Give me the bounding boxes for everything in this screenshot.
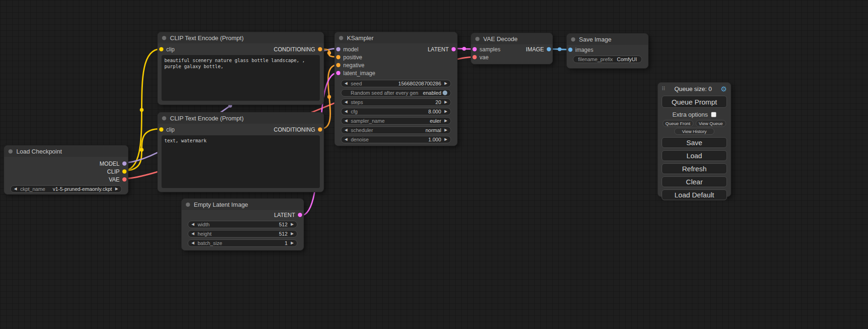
collapse-dot-icon[interactable]	[339, 36, 343, 40]
decrement-arrow-icon[interactable]: ◀	[345, 82, 347, 85]
load-button[interactable]: Load	[662, 150, 727, 161]
widget-label: Random seed after every gen	[346, 90, 423, 96]
save-button[interactable]: Save	[662, 137, 727, 148]
widget-label: width	[198, 222, 279, 227]
input-slot-negative[interactable]	[336, 63, 340, 67]
collapse-dot-icon[interactable]	[571, 37, 575, 42]
clear-button[interactable]: Clear	[662, 176, 727, 187]
output-slot-image[interactable]	[547, 47, 551, 51]
node-title-bar[interactable]: Save Image	[567, 34, 648, 45]
increment-arrow-icon[interactable]: ▶	[445, 119, 447, 123]
decrement-arrow-icon[interactable]: ◀	[345, 100, 347, 104]
ckpt-name-widget[interactable]: ◀ ckpt_name v1-5-pruned-emaonly.ckpt ▶	[10, 185, 122, 193]
input-slot-positive[interactable]	[336, 55, 340, 59]
node-title-bar[interactable]: CLIP Text Encode (Prompt)	[158, 32, 324, 43]
scheduler-widget[interactable]: ◀ scheduler normal ▶	[341, 126, 451, 134]
widget-value: 20	[436, 99, 441, 105]
increment-arrow-icon[interactable]: ▶	[445, 100, 447, 104]
node-clip-text-encode-positive[interactable]: CLIP Text Encode (Prompt) clip CONDITION…	[157, 32, 324, 105]
input-slot-vae[interactable]	[473, 55, 477, 59]
output-slot-latent[interactable]	[452, 47, 456, 51]
positive-prompt-textarea[interactable]: beautiful scenery nature glass bottle la…	[162, 55, 320, 101]
slot-label: clip	[166, 46, 175, 53]
extra-options-checkbox[interactable]	[711, 112, 716, 117]
view-history-button[interactable]: View History	[674, 128, 714, 135]
decrement-arrow-icon[interactable]: ◀	[345, 128, 347, 132]
widget-label: batch_size	[198, 240, 285, 246]
output-slot-latent[interactable]	[298, 213, 302, 217]
toggle-dot-icon[interactable]	[443, 91, 447, 95]
decrement-arrow-icon[interactable]: ◀	[345, 138, 347, 141]
output-slot-clip[interactable]	[122, 169, 127, 174]
input-slot-images[interactable]	[568, 48, 572, 52]
sampler-name-widget[interactable]: ◀ sampler_name euler ▶	[341, 117, 451, 125]
decrement-arrow-icon[interactable]: ◀	[345, 119, 347, 123]
cfg-widget[interactable]: ◀ cfg 8.000 ▶	[341, 108, 451, 115]
decrement-arrow-icon[interactable]: ◀	[345, 110, 347, 113]
queue-prompt-button[interactable]: Queue Prompt	[662, 96, 727, 108]
collapse-dot-icon[interactable]	[186, 203, 190, 207]
decrement-arrow-icon[interactable]: ◀	[191, 241, 194, 245]
negative-prompt-textarea[interactable]: text, watermark	[162, 135, 320, 188]
increment-arrow-icon[interactable]: ▶	[445, 128, 447, 132]
increment-arrow-icon[interactable]: ▶	[291, 232, 294, 236]
input-slot-samples[interactable]	[473, 47, 477, 51]
node-title: VAE Decode	[483, 35, 517, 42]
view-queue-button[interactable]: View Queue	[696, 120, 727, 127]
collapse-dot-icon[interactable]	[162, 36, 166, 40]
node-clip-text-encode-negative[interactable]: CLIP Text Encode (Prompt) clip CONDITION…	[157, 112, 324, 192]
decrement-arrow-icon[interactable]: ◀	[191, 232, 194, 236]
denoise-widget[interactable]: ◀ denoise 1.000 ▶	[341, 136, 451, 143]
height-widget[interactable]: ◀ height 512 ▶	[188, 230, 297, 238]
collapse-dot-icon[interactable]	[162, 116, 166, 120]
drag-handle-icon[interactable]: ⠿	[662, 86, 665, 92]
refresh-button[interactable]: Refresh	[662, 163, 727, 174]
increment-arrow-icon[interactable]: ▶	[445, 138, 447, 141]
input-slot-model[interactable]	[336, 47, 340, 51]
filename-prefix-widget[interactable]: filename_prefix ComfyUI	[573, 56, 642, 63]
slot-label: CLIP	[107, 168, 120, 175]
collapse-dot-icon[interactable]	[8, 149, 13, 154]
increment-arrow-icon[interactable]: ▶	[115, 187, 118, 191]
batch-size-widget[interactable]: ◀ batch_size 1 ▶	[188, 239, 297, 247]
output-slot-conditioning[interactable]	[318, 47, 322, 51]
widget-value: 8.000	[428, 109, 441, 114]
node-title-bar[interactable]: VAE Decode	[471, 33, 552, 44]
output-slot-vae[interactable]	[122, 177, 127, 182]
node-save-image[interactable]: Save Image images filename_prefix ComfyU…	[566, 33, 649, 69]
increment-arrow-icon[interactable]: ▶	[445, 82, 447, 85]
input-slot-clip[interactable]	[159, 47, 163, 51]
node-title-bar[interactable]: KSampler	[335, 32, 457, 43]
widget-value: 512	[279, 222, 287, 227]
widget-value: 1	[285, 240, 288, 246]
queue-front-button[interactable]: Queue Front	[663, 120, 693, 127]
output-slot-conditioning[interactable]	[318, 127, 322, 132]
node-load-checkpoint[interactable]: Load Checkpoint MODEL CLIP VAE ◀ ckpt_na…	[4, 145, 128, 195]
output-slot-model[interactable]	[122, 161, 127, 166]
increment-arrow-icon[interactable]: ▶	[291, 241, 294, 245]
decrement-arrow-icon[interactable]: ◀	[14, 187, 17, 191]
node-title-bar[interactable]: CLIP Text Encode (Prompt)	[158, 112, 324, 124]
input-slot-latent-image[interactable]	[336, 71, 340, 75]
collapse-dot-icon[interactable]	[475, 37, 480, 41]
settings-gear-icon[interactable]: ⚙	[721, 85, 727, 92]
steps-widget[interactable]: ◀ steps 20 ▶	[341, 98, 451, 106]
width-widget[interactable]: ◀ width 512 ▶	[188, 221, 297, 228]
slot-label: CONDITIONING	[274, 126, 315, 133]
node-title: CLIP Text Encode (Prompt)	[170, 115, 244, 122]
increment-arrow-icon[interactable]: ▶	[445, 110, 447, 113]
random-seed-toggle-widget[interactable]: Random seed after every gen enabled	[341, 89, 451, 97]
node-title-bar[interactable]: Empty Latent Image	[182, 199, 303, 210]
widget-label: scheduler	[351, 127, 425, 133]
node-title-bar[interactable]: Load Checkpoint	[4, 146, 128, 157]
seed-widget[interactable]: ◀ seed 156680208700286 ▶	[341, 80, 451, 87]
node-graph-canvas[interactable]: Load Checkpoint MODEL CLIP VAE ◀ ckpt_na…	[0, 0, 868, 329]
load-default-button[interactable]: Load Default	[662, 189, 727, 200]
node-ksampler[interactable]: KSampler model LATENT positive negative …	[334, 32, 458, 146]
increment-arrow-icon[interactable]: ▶	[291, 223, 294, 226]
queue-panel-header: ⠿ Queue size: 0 ⚙	[658, 83, 731, 94]
node-empty-latent-image[interactable]: Empty Latent Image LATENT ◀ width 512 ▶ …	[181, 198, 304, 251]
node-vae-decode[interactable]: VAE Decode samples IMAGE vae	[471, 33, 553, 64]
decrement-arrow-icon[interactable]: ◀	[191, 223, 194, 226]
input-slot-clip[interactable]	[159, 127, 163, 132]
